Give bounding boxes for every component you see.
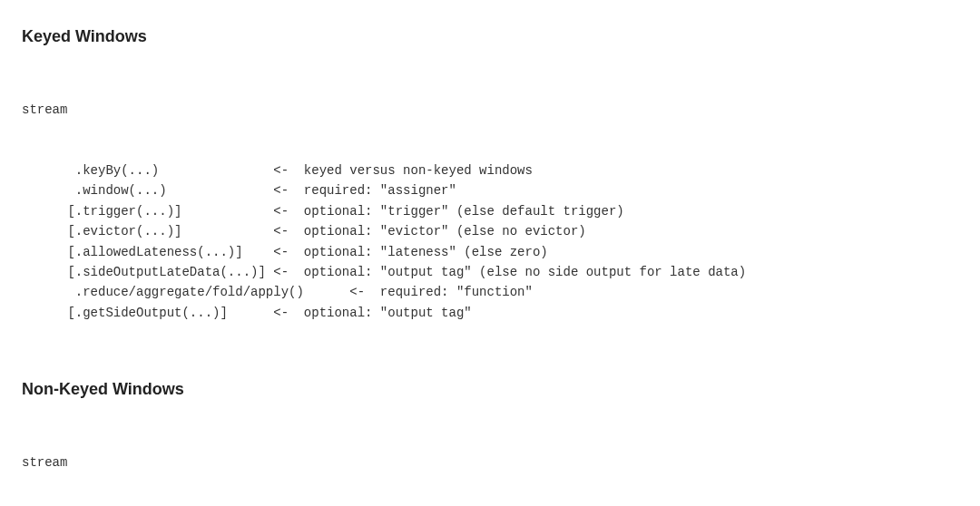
code-row: .keyBy(...) <- keyed versus non-keyed wi… (22, 161, 958, 180)
stream-keyword: stream (22, 452, 958, 472)
code-left: .window(...) (22, 180, 273, 200)
code-row: [.evictor(...)] <- optional: "evictor" (… (22, 221, 958, 241)
code-left: [.sideOutputLateData(...)] (22, 262, 273, 282)
code-right: <- optional: "output tag" (273, 303, 471, 323)
code-row: [.trigger(...)] <- optional: "trigger" (… (22, 201, 958, 221)
keyed-windows-heading: Keyed Windows (22, 27, 958, 46)
code-left: [.evictor(...)] (22, 221, 273, 241)
code-row: .reduce/aggregate/fold/apply() <- requir… (22, 282, 958, 302)
keyed-windows-section: Keyed Windows stream .keyBy(...) <- keye… (22, 27, 958, 364)
keyed-code-block: stream .keyBy(...) <- keyed versus non-k… (22, 59, 958, 364)
code-right: <- required: "function" (349, 282, 533, 302)
code-left: [.allowedLateness(...)] (22, 242, 273, 262)
code-right: <- keyed versus non-keyed windows (273, 161, 533, 180)
nonkeyed-windows-heading: Non-Keyed Windows (22, 380, 958, 399)
code-left: .reduce/aggregate/fold/apply() (22, 282, 349, 302)
code-row: [.sideOutputLateData(...)] <- optional: … (22, 262, 958, 282)
nonkeyed-code-block: stream .windowAll(...) <- required: "ass… (22, 412, 958, 506)
code-row: [.allowedLateness(...)] <- optional: "la… (22, 242, 958, 262)
code-right: <- required: "assigner" (273, 180, 456, 200)
code-right: <- optional: "evictor" (else no evictor) (273, 221, 585, 241)
code-row: .window(...) <- required: "assigner" (22, 180, 958, 200)
stream-keyword: stream (22, 100, 958, 120)
code-right: <- optional: "output tag" (else no side … (273, 262, 746, 282)
code-left: .keyBy(...) (22, 161, 273, 180)
code-right: <- optional: "lateness" (else zero) (273, 242, 547, 262)
nonkeyed-windows-section: Non-Keyed Windows stream .windowAll(...)… (22, 380, 958, 506)
code-left: [.getSideOutput(...)] (22, 303, 273, 323)
code-left: [.trigger(...)] (22, 201, 273, 221)
code-row: [.getSideOutput(...)] <- optional: "outp… (22, 303, 958, 323)
code-right: <- optional: "trigger" (else default tri… (273, 201, 623, 221)
